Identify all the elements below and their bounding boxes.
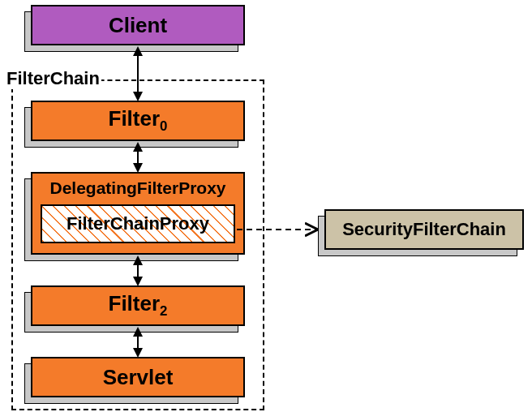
filter0-box: Filter0 xyxy=(31,101,245,141)
client-box: Client xyxy=(31,5,245,45)
filter2-label: Filter2 xyxy=(109,291,168,320)
client-label: Client xyxy=(109,13,167,38)
filter-chain-proxy-label: FilterChainProxy xyxy=(66,213,209,234)
arrow-filter2-servlet xyxy=(134,326,150,358)
filter0-label: Filter0 xyxy=(109,106,168,135)
arrow-dfp-filter2 xyxy=(134,255,150,287)
delegating-filter-proxy-label: DelegatingFilterProxy xyxy=(49,178,225,198)
filter2-box: Filter2 xyxy=(31,285,245,326)
arrow-proxy-security xyxy=(237,223,324,239)
arrow-filter0-dfp xyxy=(134,141,150,174)
delegating-filter-proxy-box: DelegatingFilterProxy FilterChainProxy xyxy=(31,172,245,255)
filter-chain-label: FilterChain xyxy=(5,68,101,89)
security-filter-chain-box: SecurityFilterChain xyxy=(324,209,524,250)
servlet-label: Servlet xyxy=(103,365,174,390)
filter-chain-proxy-box: FilterChainProxy xyxy=(41,204,235,243)
security-filter-chain-label: SecurityFilterChain xyxy=(342,219,506,240)
servlet-box: Servlet xyxy=(31,357,245,397)
